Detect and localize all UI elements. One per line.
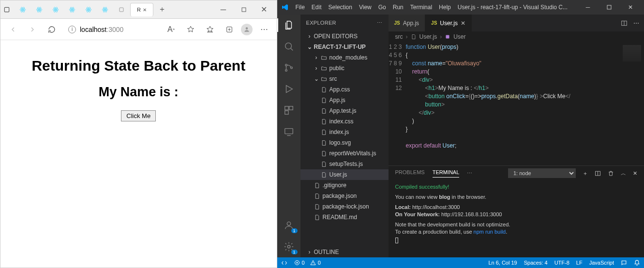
editor-tab-appjs[interactable]: JSApp.js [389,15,426,31]
site-info-icon[interactable]: i [68,26,76,33]
terminal-output[interactable]: Compiled successfully! You can now view … [389,180,644,257]
accounts-activity[interactable]: 1 [283,220,295,231]
menu-edit[interactable]: Edit [312,4,322,11]
menu-help[interactable]: Help [439,4,451,11]
browser-tab[interactable] [114,3,129,16]
cursor-position[interactable]: Ln 6, Col 19 [488,260,517,266]
problems-tab[interactable]: PROBLEMS [395,169,425,177]
file-item[interactable]: App.css [300,84,389,95]
read-aloud-button[interactable]: A» [164,22,179,37]
notifications-icon[interactable] [634,260,640,266]
split-terminal-icon[interactable] [595,170,601,177]
more-tabs[interactable]: ⋯ [467,170,473,177]
maximize-button[interactable] [234,3,254,16]
minimize-button[interactable]: ─ [214,3,233,16]
menu-file[interactable]: File [296,4,305,11]
file-item[interactable]: App.test.js [300,105,389,116]
close-button[interactable]: ✕ [621,4,640,11]
browser-tab[interactable] [31,3,47,16]
close-icon[interactable]: ✕ [143,7,147,13]
add-favorite-button[interactable] [183,22,198,37]
remote-activity[interactable] [283,126,295,137]
browser-tab[interactable] [48,3,63,16]
file-icon [314,193,321,199]
terminal-tab[interactable]: TERMINAL [433,169,460,178]
file-icon [411,34,417,40]
file-item[interactable]: package-lock.json [300,201,389,212]
browser-tab[interactable] [15,3,30,16]
indentation-status[interactable]: Spaces: 4 [524,260,548,266]
file-icon [321,118,328,125]
url-text: localhost:3000 [80,26,123,33]
new-terminal-icon[interactable]: ＋ [583,170,588,177]
folder-public[interactable]: ›public [300,63,389,74]
extensions-activity[interactable] [283,104,295,116]
maximize-button[interactable] [599,4,619,11]
more-button[interactable]: ⋯ [256,22,272,37]
file-item[interactable]: index.css [300,116,389,127]
breadcrumb[interactable]: src› User.js› User [389,31,644,42]
file-item[interactable]: index.js [300,127,389,137]
menu-view[interactable]: View [359,4,372,11]
forward-button[interactable] [25,22,40,37]
explorer-activity[interactable] [283,19,295,31]
language-status[interactable]: JavaScript [589,260,614,266]
svg-rect-41 [446,35,449,39]
terminal-selector[interactable]: 1: node [508,168,576,178]
menu-go[interactable]: Go [378,4,386,11]
browser-tab-active[interactable]: R ✕ [130,3,153,16]
file-item[interactable]: App.js [300,95,389,105]
menu-run[interactable]: Run [393,4,404,11]
browser-tab[interactable] [64,3,80,16]
file-item[interactable]: package.json [300,191,389,201]
minimize-button[interactable]: ─ [578,4,598,11]
address-bar[interactable]: i localhost:3000 [63,22,160,37]
browser-tab[interactable] [81,3,96,16]
browser-tab[interactable] [97,3,113,16]
source-control-activity[interactable] [283,62,295,74]
file-item[interactable]: .gitignore [300,180,389,191]
collections-button[interactable] [222,22,237,37]
eol-status[interactable]: LF [576,260,583,266]
open-editors-section[interactable]: ›OPEN EDITORS [300,31,389,42]
trash-icon[interactable] [608,170,614,177]
profile-button[interactable] [241,24,253,35]
close-icon[interactable]: ✕ [461,20,465,27]
remote-indicator[interactable] [281,260,287,266]
new-tab-button[interactable]: ＋ [155,3,169,16]
run-debug-activity[interactable] [283,83,295,95]
problems-status[interactable]: 0 0 [294,260,321,266]
maximize-panel-icon[interactable]: ︿ [621,170,626,177]
feedback-icon[interactable] [621,260,627,266]
minimap[interactable] [620,42,644,165]
refresh-button[interactable] [44,22,60,37]
settings-activity[interactable]: 1 [283,241,295,253]
file-item[interactable]: logo.svg [300,137,389,148]
file-item[interactable]: User.js [300,169,389,180]
encoding-status[interactable]: UTF-8 [554,260,569,266]
back-button[interactable] [5,22,21,37]
outline-section[interactable]: ›OUTLINE [300,247,389,257]
file-item[interactable]: README.md [300,212,389,223]
project-root[interactable]: ⌄REACT-17-LIFT-UP [300,42,389,52]
code-editor[interactable]: 1 2 3 4 5 6 7 8 9 10 11 12 function User… [389,42,644,165]
search-activity[interactable] [283,41,295,52]
menu-selection[interactable]: Selection [329,4,352,11]
tab-actions-icon[interactable] [3,6,10,13]
click-me-button[interactable]: Click Me [121,110,156,121]
svg-rect-26 [242,8,246,12]
folder-src[interactable]: ⌄src [300,74,389,84]
editor-tab-userjs[interactable]: JSUser.js✕ [425,15,472,31]
svg-rect-36 [285,111,288,114]
more-icon[interactable]: ⋯ [633,20,639,27]
folder-node-modules[interactable]: ›node_modules [300,52,389,63]
close-button[interactable]: ✕ [255,3,274,16]
split-editor-icon[interactable] [621,20,628,27]
file-item[interactable]: setupTests.js [300,159,389,169]
menu-terminal[interactable]: Terminal [410,4,432,11]
editor-area: JSApp.js JSUser.js✕ ⋯ src› User.js› User… [389,15,644,257]
favorites-button[interactable] [202,22,218,37]
close-panel-icon[interactable]: ✕ [633,170,637,177]
more-icon[interactable]: ⋯ [377,20,382,26]
file-item[interactable]: reportWebVitals.js [300,148,389,159]
